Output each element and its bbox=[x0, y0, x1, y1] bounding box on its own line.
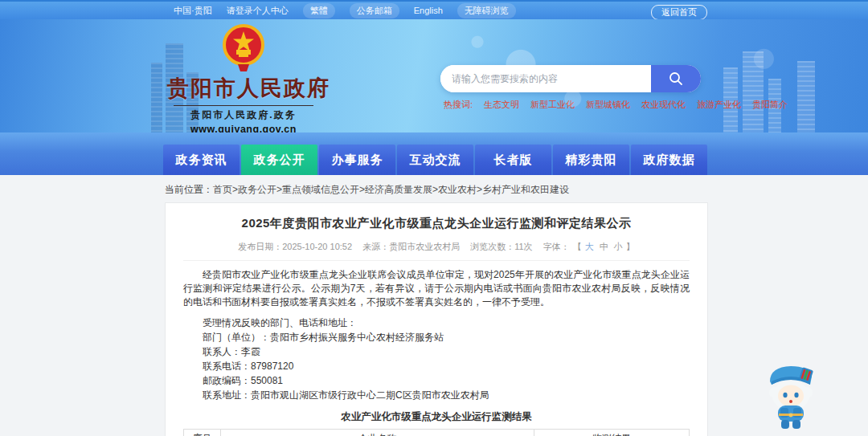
nav-item-disclosure[interactable]: 政务公开 bbox=[241, 145, 317, 175]
home-button[interactable]: 返回首页 bbox=[651, 5, 707, 20]
hot-words-label: 热搜词: bbox=[444, 99, 473, 111]
hot-word[interactable]: 贵阳简介 bbox=[752, 99, 788, 111]
article-title: 2025年度贵阳市农业产业化市级重点龙头企业运行监测和评定结果公示 bbox=[183, 216, 690, 231]
font-size-small[interactable]: 小 bbox=[614, 242, 623, 251]
hot-search-words: 热搜词: 生态文明 新型工业化 新型城镇化 农业现代化 旅游产业化 贵阳简介 bbox=[444, 99, 788, 111]
search-icon bbox=[668, 71, 684, 87]
contact-department: 部门（单位）：贵阳市乡村振兴服务中心农村经济服务站 bbox=[183, 330, 690, 344]
article-paragraph: 受理情况反映的部门、电话和地址： bbox=[183, 316, 690, 330]
header-result: 监测结果 bbox=[534, 430, 690, 436]
publish-date: 发布日期：2025-10-20 10:52 bbox=[238, 242, 352, 251]
contact-phone: 联系电话：87987120 bbox=[183, 359, 690, 373]
header-banner: 贵阳市人民政府 贵阳市人民政府.政务 www.guiyang.gov.cn 热搜… bbox=[0, 19, 868, 132]
view-count: 浏览次数：11次 bbox=[470, 242, 532, 251]
font-size-large[interactable]: 大 bbox=[585, 242, 594, 251]
article-card: 2025年度贵阳市农业产业化市级重点龙头企业运行监测和评定结果公示 发布日期：2… bbox=[165, 202, 708, 436]
table-header-row: 序号 企业名称 监测结果 bbox=[184, 430, 690, 436]
hot-word[interactable]: 农业现代化 bbox=[641, 99, 686, 111]
hot-word[interactable]: 旅游产业化 bbox=[697, 99, 741, 111]
nav-item-data[interactable]: 政府数据 bbox=[631, 145, 707, 175]
nav-buttons: 政务资讯 政务公开 办事服务 互动交流 长者版 精彩贵阳 政府数据 bbox=[163, 145, 707, 175]
font-size-label: 字体： bbox=[543, 242, 570, 251]
breadcrumb-path[interactable]: 首页>政务公开>重点领域信息公开>经济高质量发展>农业农村>乡村产业和农田建设 bbox=[213, 184, 569, 195]
nav-item-services[interactable]: 办事服务 bbox=[319, 145, 395, 175]
bracket: 】 bbox=[626, 242, 635, 251]
breadcrumb: 当前位置：首页>政务公开>重点领域信息公开>经济高质量发展>农业农村>乡村产业和… bbox=[165, 183, 569, 197]
article-source: 来源：贵阳市农业农村局 bbox=[362, 242, 460, 251]
topbar-item-login[interactable]: 请登录个人中心 bbox=[227, 5, 289, 17]
contact-postcode: 邮政编码：550081 bbox=[183, 373, 690, 388]
nav-item-news[interactable]: 政务资讯 bbox=[163, 145, 240, 175]
topbar: 中国·贵阳 请登录个人中心 繁體 公务邮箱 English 无障碍浏览 返回首页 bbox=[0, 0, 868, 19]
topbar-item-accessibility[interactable]: 无障碍浏览 bbox=[457, 3, 516, 18]
nav-item-senior[interactable]: 长者版 bbox=[475, 145, 551, 175]
mascot-icon bbox=[760, 357, 823, 431]
topbar-item-traditional[interactable]: 繁體 bbox=[303, 3, 335, 18]
topbar-links: 中国·贵阳 请登录个人中心 繁體 公务邮箱 English 无障碍浏览 bbox=[174, 3, 516, 18]
header-company: 企业名称 bbox=[221, 430, 534, 436]
nav-item-highlights[interactable]: 精彩贵阳 bbox=[553, 145, 629, 175]
contact-person: 联系人：李霞 bbox=[183, 344, 690, 359]
monitoring-result-table: 序号 企业名称 监测结果 1 贵州合力超市采购有限公司 合格 2 贵州友禾种业有… bbox=[183, 429, 690, 436]
article-paragraph: 经贵阳市农业产业化市级重点龙头企业联席会议成员单位审定，现对2025年开展的农业… bbox=[183, 268, 690, 309]
navbar: 政务资讯 政务公开 办事服务 互动交流 长者版 精彩贵阳 政府数据 bbox=[0, 132, 868, 175]
article-meta: 发布日期：2025-10-20 10:52 来源：贵阳市农业农村局 浏览次数：1… bbox=[183, 241, 690, 261]
topbar-item-english[interactable]: English bbox=[414, 6, 443, 15]
title-divider bbox=[174, 105, 313, 106]
breadcrumb-label: 当前位置： bbox=[165, 184, 213, 195]
hot-word[interactable]: 新型工业化 bbox=[530, 99, 575, 111]
site-title: 贵阳市人民政府 bbox=[167, 74, 320, 103]
search-input[interactable] bbox=[440, 65, 651, 92]
search-box bbox=[440, 65, 701, 92]
hot-word[interactable]: 新型城镇化 bbox=[586, 99, 630, 111]
site-logo[interactable]: 贵阳市人民政府 贵阳市人民政府.政务 www.guiyang.gov.cn bbox=[167, 23, 320, 135]
mascot[interactable] bbox=[760, 357, 823, 431]
site-subtitle: 贵阳市人民政府.政务 bbox=[167, 108, 320, 122]
font-size-medium[interactable]: 中 bbox=[600, 242, 608, 251]
national-emblem-icon bbox=[220, 23, 267, 73]
bracket: 【 bbox=[573, 242, 582, 251]
nav-item-interaction[interactable]: 互动交流 bbox=[397, 145, 473, 175]
topbar-item-mailbox[interactable]: 公务邮箱 bbox=[350, 3, 399, 18]
topbar-item-region[interactable]: 中国·贵阳 bbox=[174, 5, 212, 17]
content-area: 当前位置：首页>政务公开>重点领域信息公开>经济高质量发展>农业农村>乡村产业和… bbox=[0, 175, 868, 436]
contact-address: 联系地址：贵阳市观山湖区市级行政中心二期C区贵阳市农业农村局 bbox=[183, 388, 690, 402]
hot-word[interactable]: 生态文明 bbox=[484, 99, 519, 111]
result-table-title: 农业产业化市级重点龙头企业运行监测结果 bbox=[183, 410, 690, 424]
header-no: 序号 bbox=[184, 430, 221, 436]
page: 中国·贵阳 请登录个人中心 繁體 公务邮箱 English 无障碍浏览 返回首页 bbox=[0, 0, 868, 436]
search-button[interactable] bbox=[651, 65, 701, 92]
